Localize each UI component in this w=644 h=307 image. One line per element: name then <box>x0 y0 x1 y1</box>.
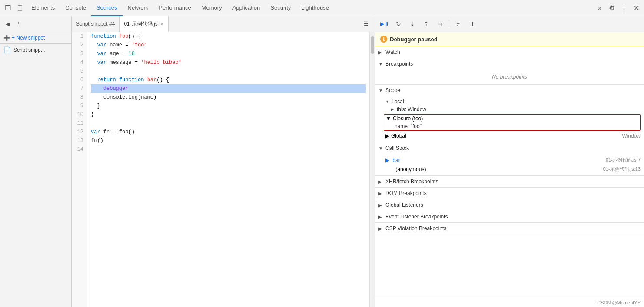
callstack-content: ▶ bar 01-示例代码.js:7 (anonymous) 01-示例代码.j… <box>375 154 644 175</box>
code-line-1: function foo() { <box>91 32 366 41</box>
step-into-btn[interactable]: ⇣ <box>406 19 418 29</box>
new-snippet-label: + New snippet <box>12 35 45 41</box>
plus-icon: ➕ <box>3 35 10 41</box>
editor-tab-snippet[interactable]: Script snippet #4 <box>72 16 120 32</box>
csp-violation-section[interactable]: ▶ CSP Violation Breakpoints <box>375 223 644 234</box>
code-line-2: var name = 'foo' <box>91 41 366 50</box>
callstack-bar-item[interactable]: ▶ bar 01-示例代码.js:7 <box>375 155 644 165</box>
close-devtools-icon[interactable]: ✕ <box>630 2 642 14</box>
tab-console[interactable]: Console <box>60 0 91 16</box>
local-label: Local <box>392 99 404 105</box>
event-listener-arrow-icon: ▶ <box>378 215 384 219</box>
scope-arrow-icon: ▼ <box>378 88 384 93</box>
right-panel: ▶⏸ ↻ ⇣ ⇡ ↪ ≠ ⏸ ℹ Debugger paused ▶ Watch <box>375 16 644 307</box>
format-code-icon[interactable]: ☰ <box>361 19 371 29</box>
csp-arrow-icon: ▶ <box>378 226 384 231</box>
dom-breakpoints-section[interactable]: ▶ DOM Breakpoints <box>375 188 644 199</box>
code-line-9: } <box>91 102 366 110</box>
watermark-text: CSDN @MomentYY <box>597 300 641 305</box>
bar-location: 01-示例代码.js:7 <box>606 157 641 163</box>
tab-elements[interactable]: Elements <box>26 0 60 16</box>
main-area: ◀ ⋮ ➕ + New snippet 📄 Script snipp... Sc… <box>0 16 644 307</box>
code-line-6: return function bar() { <box>91 76 366 84</box>
devtools-tabbar: ❐ ⎕ Elements Console Sources Network Per… <box>0 0 644 16</box>
local-scope-item[interactable]: ▼ Local <box>375 98 644 106</box>
pause-on-exceptions-btn[interactable]: ⏸ <box>466 19 478 29</box>
anonymous-location: 01-示例代码.js:13 <box>603 166 641 172</box>
tab-performance[interactable]: Performance <box>153 0 196 16</box>
inspect-icon[interactable]: ❐ <box>2 2 14 14</box>
editor-tabs: Script snippet #4 01-示例代码.js ✕ ☰ <box>72 16 375 32</box>
xhr-breakpoints-section[interactable]: ▶ XHR/fetch Breakpoints <box>375 176 644 188</box>
closure-box: ▼ Closure (foo) name: "foo" <box>384 114 641 131</box>
code-line-3: var age = 18 <box>91 50 366 58</box>
code-content: function foo() { var name = 'foo' var ag… <box>87 32 369 307</box>
editor-tab-snippet-label: Script snippet #4 <box>76 21 115 27</box>
settings-icon[interactable]: ⚙ <box>606 2 618 14</box>
dom-arrow-icon: ▶ <box>378 191 384 196</box>
debugger-paused-banner: ℹ Debugger paused <box>375 32 644 46</box>
this-label: this: Window <box>397 106 426 112</box>
line-numbers: 12345 678910 11121314 <box>72 32 87 307</box>
no-breakpoints-text: No breakpoints <box>375 71 644 83</box>
closure-header[interactable]: ▼ Closure (foo) <box>384 115 640 122</box>
more-options-icon[interactable]: ⋮ <box>618 2 630 14</box>
tab-security[interactable]: Security <box>265 0 296 16</box>
callstack-section-header[interactable]: ▼ Call Stack <box>375 142 644 154</box>
tab-application[interactable]: Application <box>227 0 266 16</box>
new-snippet-button[interactable]: ➕ + New snippet <box>0 32 71 44</box>
closure-arrow-icon: ▼ <box>386 116 391 122</box>
global-scope-item[interactable]: ▶ Global Window <box>375 132 644 140</box>
more-tabs-icon[interactable]: » <box>594 2 606 14</box>
snippet-item-label: Script snipp... <box>13 47 45 53</box>
xhr-arrow-icon: ▶ <box>378 179 384 184</box>
code-line-7: debugger <box>91 84 366 93</box>
editor-tab-file-label: 01-示例代码.js <box>124 20 157 28</box>
callstack-label: Call Stack <box>385 145 409 151</box>
info-icon: ℹ <box>380 36 387 43</box>
snippet-item[interactable]: 📄 Script snipp... <box>0 44 71 56</box>
editor-tab-file[interactable]: 01-示例代码.js ✕ <box>120 16 168 32</box>
breakpoints-section-header[interactable]: ▼ Breakpoints <box>375 58 644 69</box>
sidebar-toggle-btn[interactable]: ◀ <box>3 19 13 29</box>
close-tab-icon[interactable]: ✕ <box>160 22 164 26</box>
bar-function-label: bar <box>392 157 400 163</box>
code-editor[interactable]: 12345 678910 11121314 function foo() { v… <box>72 32 375 307</box>
scrollbar-thumb[interactable] <box>371 36 374 54</box>
tab-network[interactable]: Network <box>123 0 154 16</box>
sidebar-toolbar: ◀ ⋮ <box>0 16 71 32</box>
scope-content: ▼ Local ▶ this: Window ▼ Closure (foo) n… <box>375 96 644 142</box>
step-over-btn[interactable]: ↻ <box>392 19 405 29</box>
active-frame-icon: ▶ <box>385 157 389 163</box>
global-listeners-section[interactable]: ▶ Global Listeners <box>375 199 644 211</box>
tab-memory[interactable]: Memory <box>196 0 227 16</box>
step-btn[interactable]: ↪ <box>434 19 446 29</box>
resume-btn[interactable]: ▶⏸ <box>378 19 391 29</box>
watch-section-header[interactable]: ▶ Watch <box>375 46 644 58</box>
scope-section: ▼ Scope ▼ Local ▶ this: Window <box>375 85 644 142</box>
tab-sources[interactable]: Sources <box>91 0 123 16</box>
anonymous-function-label: (anonymous) <box>395 166 426 172</box>
callstack-anonymous-item[interactable]: (anonymous) 01-示例代码.js:13 <box>375 165 644 174</box>
vertical-scrollbar[interactable] <box>369 32 375 307</box>
deactivate-breakpoints-btn[interactable]: ≠ <box>452 19 464 29</box>
tab-lighthouse[interactable]: Lighthouse <box>296 0 334 16</box>
right-panel-scroll[interactable]: ℹ Debugger paused ▶ Watch ▼ Breakpoints … <box>375 32 644 298</box>
scope-section-header[interactable]: ▼ Scope <box>375 85 644 96</box>
device-icon[interactable]: ⎕ <box>14 2 26 14</box>
callstack-arrow-icon: ▼ <box>378 146 384 151</box>
event-listener-section[interactable]: ▶ Event Listener Breakpoints <box>375 211 644 223</box>
event-listener-label: Event Listener Breakpoints <box>385 214 448 220</box>
step-out-btn[interactable]: ⇡ <box>420 19 432 29</box>
sidebar-more-btn[interactable]: ⋮ <box>14 20 23 28</box>
closure-name-prop: name: "foo" <box>384 122 640 130</box>
code-line-4: var message = 'hello bibao' <box>91 58 366 67</box>
code-line-12: var fn = foo() <box>91 128 366 136</box>
code-line-13: fn() <box>91 136 366 145</box>
this-window-item[interactable]: ▶ this: Window <box>375 106 644 113</box>
snippet-file-icon: 📄 <box>3 46 11 53</box>
global-label: Global <box>391 133 406 139</box>
code-line-11 <box>91 119 366 128</box>
breakpoints-section: ▼ Breakpoints No breakpoints <box>375 58 644 85</box>
closure-label: Closure (foo) <box>393 116 423 122</box>
